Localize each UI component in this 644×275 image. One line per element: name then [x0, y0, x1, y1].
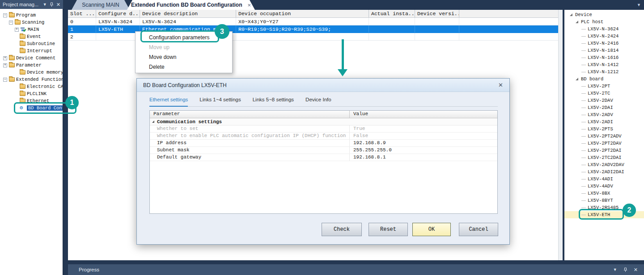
- tree-item-plclink[interactable]: PLCLINK: [0, 90, 63, 97]
- cancel-button[interactable]: Cancel: [459, 223, 498, 236]
- column-header-device-versi[interactable]: Device versi...: [415, 10, 459, 17]
- menu-item-delete[interactable]: Delete: [136, 62, 232, 72]
- parameter-row-whether-to-enable-plc-automatic-configuration-ip-dhcp-function[interactable]: Whether to enable PLC automatic configur…: [150, 133, 497, 140]
- device-tree-item-lx5v-4adi[interactable]: LX5V-4ADI: [564, 175, 644, 183]
- parameter-column-header: Parameter: [150, 111, 350, 118]
- close-panel-icon[interactable]: ✕: [56, 2, 60, 7]
- tree-connector: [581, 158, 586, 158]
- table-cell: 2: [68, 33, 96, 40]
- dialog-tab-links-1-4-settings[interactable]: Links 1~4 settings: [199, 97, 241, 106]
- device-tree-item-lx5v-2pt2dai[interactable]: LX5V-2PT2DAI: [564, 147, 644, 154]
- table-row[interactable]: 0LX5V-N-3624LX5V-N-3624X0~X43;Y0~Y27: [68, 18, 558, 25]
- tree-connector: [581, 29, 586, 29]
- device-tree-item-lx5v-2pt2adv[interactable]: LX5V-2PT2ADV: [564, 133, 644, 140]
- tree-expander-icon[interactable]: [576, 21, 578, 23]
- tab-scanning-main[interactable]: Scanning MAIN: [72, 0, 130, 10]
- device-tree-item-lx5v-n-1616[interactable]: LX5V-N-1616: [564, 54, 644, 61]
- tree-expander-icon[interactable]: −: [3, 13, 7, 17]
- tree-item-event[interactable]: Event: [0, 33, 63, 40]
- device-tree-item-lx5v-n-2416[interactable]: LX5V-N-2416: [564, 40, 644, 47]
- tab-list-dropdown-icon[interactable]: ▼: [637, 3, 641, 7]
- tree-expander-icon[interactable]: [576, 78, 578, 80]
- tree-expander-icon[interactable]: +: [15, 28, 19, 32]
- device-tree-item-device[interactable]: Device: [564, 11, 644, 18]
- device-tree-item-lx5v-n-1814[interactable]: LX5V-N-1814: [564, 47, 644, 54]
- device-tree-item-bd-board[interactable]: BD board: [564, 75, 644, 83]
- device-tree-item-lx5v-2rs485[interactable]: LX5V-2RS485: [564, 204, 644, 211]
- device-tree-item-lx5v-4adv[interactable]: LX5V-4ADV: [564, 183, 644, 190]
- panel-dropdown-icon[interactable]: ▼: [43, 3, 47, 7]
- parameter-group-row[interactable]: Communication settings: [150, 118, 497, 125]
- dialog-tab-links-5-8-settings[interactable]: Links 5~8 settings: [253, 97, 294, 106]
- tree-expander-icon[interactable]: +: [3, 56, 7, 60]
- close-panel-icon[interactable]: ✕: [634, 267, 638, 273]
- tree-expander-icon[interactable]: −: [9, 21, 13, 25]
- tree-item-device-memory[interactable]: Device memory: [0, 69, 63, 76]
- tree-item-program[interactable]: −Program: [0, 12, 63, 19]
- device-tree-item-plc-host[interactable]: PLC host: [564, 18, 644, 25]
- device-tree-item-lx5v-2pt2dav[interactable]: LX5V-2PT2DAV: [564, 140, 644, 147]
- tab-extended-function-bd-board-configuration[interactable]: Extended Function BD Board Configuration…: [127, 0, 255, 10]
- column-header-device-description[interactable]: Device description: [140, 10, 236, 17]
- tree-item-interrupt[interactable]: Interrupt: [0, 47, 63, 54]
- column-header-slot[interactable]: Slot ...: [68, 10, 96, 17]
- column-header-actual-insta[interactable]: Actual insta...: [369, 10, 415, 17]
- tree-item-main[interactable]: +MAIN: [0, 26, 63, 33]
- tree-item-electronic-cam[interactable]: Electronic CAM: [0, 83, 63, 90]
- pin-icon[interactable]: [50, 2, 54, 7]
- tree-item-device-comment[interactable]: +Device Comment: [0, 54, 63, 62]
- device-tree-item-lx5v-2adi2dai[interactable]: LX5V-2ADI2DAI: [564, 168, 644, 175]
- vertical-scrollbar[interactable]: [558, 10, 563, 260]
- column-header-device-occupation[interactable]: Device occupation: [236, 10, 369, 17]
- check-button[interactable]: Check: [322, 223, 362, 236]
- device-tree-item-lx5v-2pt[interactable]: LX5V-2PT: [564, 83, 644, 90]
- menu-item-configuration-parameters[interactable]: Configuration parameters: [136, 33, 232, 42]
- device-tree-item-lx5v-2pts[interactable]: LX5V-2PTS: [564, 125, 644, 133]
- device-tree-item-lx5v-n-1412[interactable]: LX5V-N-1412: [564, 61, 644, 68]
- device-tree-item-lx5v-n-1212[interactable]: LX5V-N-1212: [564, 68, 644, 75]
- tree-item-extended-function[interactable]: −Extended Function: [0, 76, 63, 83]
- ok-button[interactable]: OK: [412, 223, 451, 236]
- reset-button[interactable]: Reset: [369, 223, 408, 236]
- device-tree-item-lx5v-2tc2dai[interactable]: LX5V-2TC2DAI: [564, 154, 644, 161]
- collapse-icon[interactable]: [152, 121, 154, 123]
- device-tree-item-lx5v-8bx[interactable]: LX5V-8BX: [564, 190, 644, 197]
- tree-item-subroutine[interactable]: Subroutine: [0, 40, 63, 47]
- tree-expander-icon[interactable]: +: [3, 63, 7, 67]
- tree-item-ethernet[interactable]: Ethernet: [0, 97, 63, 104]
- parameter-row-subnet-mask[interactable]: Subnet mask255.255.255.0: [150, 147, 497, 154]
- tree-item-bd-board-confi[interactable]: ⚙BD Board Confi: [0, 104, 63, 112]
- device-tree-item-lx5v-8byt[interactable]: LX5V-8BYT: [564, 197, 644, 204]
- parameter-row-whether-to-set[interactable]: Whether to setTrue: [150, 125, 497, 133]
- tree-connector: [581, 100, 586, 101]
- pin-icon[interactable]: [623, 267, 627, 272]
- tree-item-label: PLC host: [581, 19, 603, 25]
- parameter-row-default-gateway[interactable]: Default gateway192.168.8.1: [150, 154, 497, 161]
- tree-item-scanning[interactable]: −Scanning: [0, 19, 63, 26]
- device-tree-item-lx5v-n-2424[interactable]: LX5V-N-2424: [564, 33, 644, 40]
- device-tree-item-lx5v-2dai[interactable]: LX5V-2DAI: [564, 104, 644, 111]
- dialog-tab-device-info[interactable]: Device Info: [305, 97, 331, 106]
- device-tree-item-lx5v-2adv2dav[interactable]: LX5V-2ADV2DAV: [564, 161, 644, 168]
- device-tree-item-lx5v-eth[interactable]: LX5V-ETH: [564, 211, 644, 218]
- tree-item-label: LX5V-2ADI: [588, 119, 613, 125]
- device-tree-item-lx5v-n-3624[interactable]: LX5V-N-3624: [564, 25, 644, 33]
- tab-label: Extended Function BD Board Configuration: [131, 2, 242, 8]
- tree-item-label: LX5V-N-3624: [588, 26, 619, 32]
- device-tree-item-lx5v-2tc[interactable]: LX5V-2TC: [564, 90, 644, 97]
- dialog-close-icon[interactable]: ✕: [498, 82, 503, 88]
- tree-expander-icon[interactable]: [570, 13, 572, 16]
- device-tree-item-lx5v-2adv[interactable]: LX5V-2ADV: [564, 111, 644, 118]
- panel-dropdown-icon[interactable]: ▼: [613, 267, 617, 272]
- tree-expander-icon[interactable]: −: [3, 78, 7, 82]
- tree-item-label: Subroutine: [27, 41, 55, 46]
- column-header-configure-d[interactable]: Configure d...: [96, 10, 140, 17]
- tree-item-label: Electronic CAM: [27, 84, 63, 89]
- dialog-tab-ethernet-settings[interactable]: Ethernet settings: [149, 97, 188, 107]
- device-tree-item-lx5v-2dav[interactable]: LX5V-2DAV: [564, 97, 644, 104]
- device-tree-item-lx5v-2adi[interactable]: LX5V-2ADI: [564, 118, 644, 125]
- tree-item-parameter[interactable]: +Parameter: [0, 62, 63, 69]
- menu-item-move-down[interactable]: Move down: [136, 52, 232, 62]
- close-tab-icon[interactable]: ×: [248, 2, 251, 8]
- parameter-row-ip-address[interactable]: IP address192.168.8.9: [150, 140, 497, 147]
